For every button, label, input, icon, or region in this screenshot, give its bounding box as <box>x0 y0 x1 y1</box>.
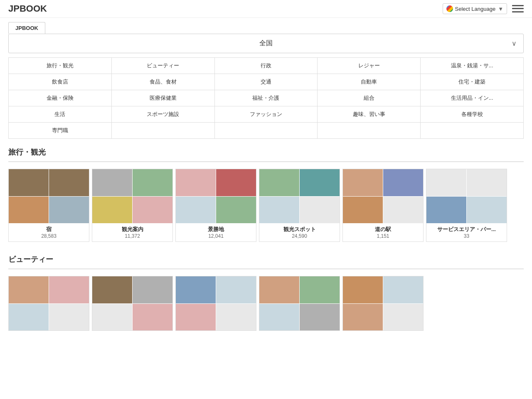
category-cell[interactable]: 温泉・銭湯・サ... <box>421 58 524 74</box>
card-item[interactable] <box>259 276 340 331</box>
thumb-block <box>383 276 423 303</box>
header: JPBOOK Select Language ▼ <box>0 0 532 18</box>
category-cell[interactable]: 飲食店 <box>9 74 112 90</box>
category-cell[interactable]: 各種学校 <box>421 106 524 123</box>
card-count: 24,590 <box>263 233 336 239</box>
thumb-block <box>92 169 132 196</box>
card-item[interactable]: 道の駅1,151 <box>342 169 424 242</box>
category-cell[interactable]: 趣味、習い事 <box>318 106 421 123</box>
category-cell[interactable]: 組合 <box>318 90 421 106</box>
thumb-block <box>259 169 299 196</box>
thumb-block <box>300 276 340 303</box>
card-item[interactable]: 宿28,583 <box>8 169 89 242</box>
category-cell[interactable]: 住宅・建築 <box>421 74 524 90</box>
card-count: 33 <box>430 233 503 239</box>
category-cell[interactable]: スポーツ施設 <box>112 106 215 123</box>
thumb-block <box>426 197 466 224</box>
category-row: 旅行・観光ビューティー行政レジャー温泉・銭湯・サ... <box>9 58 524 74</box>
thumb-block <box>343 276 383 303</box>
category-cell[interactable]: 旅行・観光 <box>9 58 112 74</box>
thumb-block <box>92 197 132 224</box>
thumb-block <box>49 304 89 331</box>
card-count: 11,372 <box>96 233 169 239</box>
thumb-block <box>9 276 49 303</box>
category-row: 生活スポーツ施設ファッション趣味、習い事各種学校 <box>9 106 524 123</box>
thumb-block <box>49 276 89 303</box>
card-info: 観光案内11,372 <box>92 223 172 241</box>
card-info: 景勝地12,041 <box>176 223 256 241</box>
card-item[interactable]: サービスエリア・パー...33 <box>426 169 507 242</box>
category-cell <box>318 123 421 139</box>
card-name: 景勝地 <box>179 226 253 233</box>
thumb-block <box>216 276 256 303</box>
thumb-block <box>343 304 383 331</box>
card-name: 観光案内 <box>96 226 169 233</box>
category-cell[interactable]: 生活 <box>9 106 112 123</box>
thumb-block <box>467 169 507 196</box>
card-thumbnail <box>176 169 256 223</box>
section-divider <box>8 161 524 162</box>
category-cell <box>215 123 318 139</box>
category-row: 専門職 <box>9 123 524 139</box>
category-cell[interactable]: ファッション <box>215 106 318 123</box>
thumb-block <box>216 169 256 196</box>
nav-tabs: JPBOOK <box>0 18 532 34</box>
thumb-block <box>176 197 216 224</box>
thumb-block <box>176 169 216 196</box>
card-count: 28,583 <box>12 233 86 239</box>
region-selector[interactable]: 全国 ∨ <box>9 34 523 53</box>
card-item[interactable] <box>92 276 173 331</box>
card-thumbnail <box>9 276 89 330</box>
card-item[interactable]: 観光スポット24,590 <box>259 169 340 242</box>
menu-icon[interactable] <box>512 4 524 13</box>
category-cell[interactable]: 自動車 <box>318 74 421 90</box>
language-selector[interactable]: Select Language ▼ <box>443 3 507 14</box>
category-cell[interactable]: ビューティー <box>112 58 215 74</box>
language-selector-arrow: ▼ <box>498 6 503 12</box>
card-item[interactable]: 観光案内11,372 <box>92 169 173 242</box>
thumb-block <box>216 197 256 224</box>
category-cell[interactable]: 行政 <box>215 58 318 74</box>
category-cell[interactable]: 交通 <box>215 74 318 90</box>
category-cell[interactable]: 医療保健業 <box>112 90 215 106</box>
thumb-block <box>383 197 423 224</box>
tab-jpbook[interactable]: JPBOOK <box>8 22 45 34</box>
category-cell[interactable]: レジャー <box>318 58 421 74</box>
category-cell[interactable]: 福祉・介護 <box>215 90 318 106</box>
thumb-block <box>216 304 256 331</box>
category-grid: 旅行・観光ビューティー行政レジャー温泉・銭湯・サ...飲食店食品、食材交通自動車… <box>8 57 524 139</box>
category-cell[interactable]: 金融・保険 <box>9 90 112 106</box>
menu-line-1 <box>512 5 524 6</box>
card-grid <box>8 276 524 335</box>
category-cell[interactable]: 生活用品・イン... <box>421 90 524 106</box>
section-title-travel: 旅行・観光 <box>8 147 524 157</box>
thumb-block <box>49 169 89 196</box>
thumb-block <box>343 169 383 196</box>
thumb-block <box>133 276 172 303</box>
section-travel: 旅行・観光宿28,583観光案内11,372景勝地12,041観光スポット24,… <box>8 147 524 246</box>
thumb-block <box>300 197 340 224</box>
card-thumbnail <box>259 276 340 330</box>
category-cell[interactable]: 専門職 <box>9 123 112 139</box>
region-chevron: ∨ <box>512 39 517 47</box>
card-thumbnail <box>343 276 423 330</box>
language-selector-label: Select Language <box>455 6 496 12</box>
thumb-block <box>176 304 216 331</box>
category-cell[interactable]: 食品、食材 <box>112 74 215 90</box>
thumb-block <box>133 197 172 224</box>
site-logo[interactable]: JPBOOK <box>8 3 47 14</box>
card-thumbnail <box>343 169 423 223</box>
card-item[interactable] <box>342 276 424 331</box>
category-cell <box>112 123 215 139</box>
region-text: 全国 <box>17 39 515 48</box>
card-item[interactable] <box>8 276 89 331</box>
card-item[interactable]: 景勝地12,041 <box>175 169 256 242</box>
card-thumbnail <box>92 169 172 223</box>
card-info: 道の駅1,151 <box>343 223 423 241</box>
thumb-block <box>9 197 49 224</box>
card-thumbnail <box>426 169 507 223</box>
card-item[interactable] <box>175 276 256 331</box>
card-thumbnail <box>9 169 89 223</box>
card-name: 観光スポット <box>263 226 336 233</box>
section-title-beauty: ビューティー <box>8 254 524 264</box>
